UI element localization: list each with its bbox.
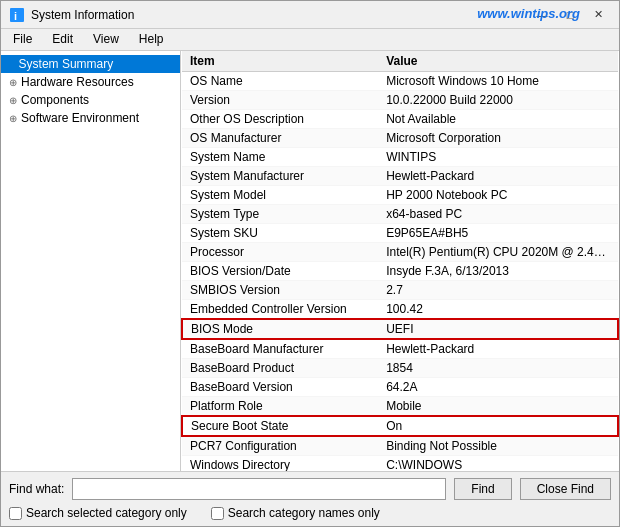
find-label: Find what:: [9, 482, 64, 496]
table-row: Platform RoleMobile: [182, 397, 618, 417]
table-row: ProcessorIntel(R) Pentium(R) CPU 2020M @…: [182, 243, 618, 262]
checkbox-row: Search selected category only Search cat…: [9, 506, 611, 520]
table-cell-value: 64.2A: [378, 378, 618, 397]
table-cell-item: Processor: [182, 243, 378, 262]
table-header-row: Item Value: [182, 51, 618, 72]
table-row: BaseBoard Product1854: [182, 359, 618, 378]
sidebar-item-system-summary[interactable]: System Summary: [1, 55, 180, 73]
table-cell-item: Other OS Description: [182, 110, 378, 129]
table-row: Other OS DescriptionNot Available: [182, 110, 618, 129]
sidebar-item-components[interactable]: ⊕ Components: [1, 91, 180, 109]
find-input[interactable]: [72, 478, 446, 500]
table-cell-value: Insyde F.3A, 6/13/2013: [378, 262, 618, 281]
checkbox-selected-label: Search selected category only: [26, 506, 187, 520]
table-cell-item: OS Name: [182, 72, 378, 91]
table-row: Windows DirectoryC:\WINDOWS: [182, 456, 618, 472]
table-cell-value: On: [378, 416, 618, 436]
svg-text:i: i: [14, 10, 17, 22]
table-row: BaseBoard Version64.2A: [182, 378, 618, 397]
menu-view[interactable]: View: [85, 31, 127, 48]
table-cell-value: 100.42: [378, 300, 618, 320]
table-cell-item: System Name: [182, 148, 378, 167]
table-row: OS ManufacturerMicrosoft Corporation: [182, 129, 618, 148]
table-cell-item: System Model: [182, 186, 378, 205]
table-cell-value: Not Available: [378, 110, 618, 129]
window-title: System Information: [31, 8, 134, 22]
find-button[interactable]: Find: [454, 478, 511, 500]
table-cell-item: Platform Role: [182, 397, 378, 417]
table-row: System Typex64-based PC: [182, 205, 618, 224]
close-button[interactable]: ✕: [585, 5, 611, 25]
table-cell-value: Binding Not Possible: [378, 436, 618, 456]
table-cell-value: HP 2000 Notebook PC: [378, 186, 618, 205]
table-cell-value: E9P65EA#BH5: [378, 224, 618, 243]
table-cell-value: Intel(R) Pentium(R) CPU 2020M @ 2.40GHz,: [378, 243, 618, 262]
table-row: PCR7 ConfigurationBinding Not Possible: [182, 436, 618, 456]
minimize-button[interactable]: —: [529, 5, 555, 25]
table-row: SMBIOS Version2.7: [182, 281, 618, 300]
checkbox-selected-category[interactable]: Search selected category only: [9, 506, 187, 520]
menu-edit[interactable]: Edit: [44, 31, 81, 48]
table-cell-item: BaseBoard Manufacturer: [182, 339, 378, 359]
table-cell-item: BaseBoard Product: [182, 359, 378, 378]
sidebar-item-label-system-summary: System Summary: [19, 57, 114, 71]
main-panel: Item Value OS NameMicrosoft Windows 10 H…: [181, 51, 619, 471]
table-cell-value: 1854: [378, 359, 618, 378]
expand-icon-hardware: ⊕: [9, 77, 17, 88]
expand-icon-software: ⊕: [9, 113, 17, 124]
maximize-button[interactable]: □: [557, 5, 583, 25]
table-cell-value: C:\WINDOWS: [378, 456, 618, 472]
table-cell-value: Hewlett-Packard: [378, 167, 618, 186]
table-cell-item: OS Manufacturer: [182, 129, 378, 148]
table-cell-item: PCR7 Configuration: [182, 436, 378, 456]
title-bar-left: i System Information: [9, 7, 134, 23]
sidebar-item-label-hardware: Hardware Resources: [21, 75, 134, 89]
table-cell-value: Mobile: [378, 397, 618, 417]
info-table: Item Value OS NameMicrosoft Windows 10 H…: [181, 51, 619, 471]
table-cell-item: System Manufacturer: [182, 167, 378, 186]
table-row: Secure Boot StateOn: [182, 416, 618, 436]
table-cell-item: BIOS Mode: [182, 319, 378, 339]
table-row: BIOS ModeUEFI: [182, 319, 618, 339]
table-cell-value: Microsoft Corporation: [378, 129, 618, 148]
table-cell-item: SMBIOS Version: [182, 281, 378, 300]
table-cell-item: Windows Directory: [182, 456, 378, 472]
sidebar-item-label-components: Components: [21, 93, 89, 107]
table-cell-value: UEFI: [378, 319, 618, 339]
content-area: System Summary ⊕ Hardware Resources ⊕ Co…: [1, 51, 619, 471]
table-row: Version10.0.22000 Build 22000: [182, 91, 618, 110]
data-table: Item Value OS NameMicrosoft Windows 10 H…: [181, 51, 619, 471]
menu-help[interactable]: Help: [131, 31, 172, 48]
sidebar-item-software-environment[interactable]: ⊕ Software Environment: [1, 109, 180, 127]
col-item: Item: [182, 51, 378, 72]
table-cell-value: WINTIPS: [378, 148, 618, 167]
col-value: Value: [378, 51, 618, 72]
title-bar: i System Information — □ ✕: [1, 1, 619, 29]
table-row: System ModelHP 2000 Notebook PC: [182, 186, 618, 205]
table-row: System NameWINTIPS: [182, 148, 618, 167]
table-cell-value: 10.0.22000 Build 22000: [378, 91, 618, 110]
table-cell-item: Secure Boot State: [182, 416, 378, 436]
title-controls: — □ ✕: [529, 5, 611, 25]
table-cell-value: x64-based PC: [378, 205, 618, 224]
table-cell-item: BaseBoard Version: [182, 378, 378, 397]
table-row: BIOS Version/DateInsyde F.3A, 6/13/2013: [182, 262, 618, 281]
checkbox-names-input[interactable]: [211, 507, 224, 520]
table-row: BaseBoard ManufacturerHewlett-Packard: [182, 339, 618, 359]
checkbox-category-names[interactable]: Search category names only: [211, 506, 380, 520]
system-information-window: i System Information — □ ✕ www.wintips.o…: [0, 0, 620, 527]
sidebar-item-hardware-resources[interactable]: ⊕ Hardware Resources: [1, 73, 180, 91]
no-expand-icon: [9, 59, 15, 70]
checkbox-selected-input[interactable]: [9, 507, 22, 520]
find-row: Find what: Find Close Find: [9, 478, 611, 500]
close-find-button[interactable]: Close Find: [520, 478, 611, 500]
table-cell-item: Version: [182, 91, 378, 110]
table-cell-value: Microsoft Windows 10 Home: [378, 72, 618, 91]
table-cell-item: System SKU: [182, 224, 378, 243]
sidebar-item-label-software: Software Environment: [21, 111, 139, 125]
table-cell-item: BIOS Version/Date: [182, 262, 378, 281]
menu-file[interactable]: File: [5, 31, 40, 48]
table-row: System ManufacturerHewlett-Packard: [182, 167, 618, 186]
table-cell-item: Embedded Controller Version: [182, 300, 378, 320]
sidebar: System Summary ⊕ Hardware Resources ⊕ Co…: [1, 51, 181, 471]
